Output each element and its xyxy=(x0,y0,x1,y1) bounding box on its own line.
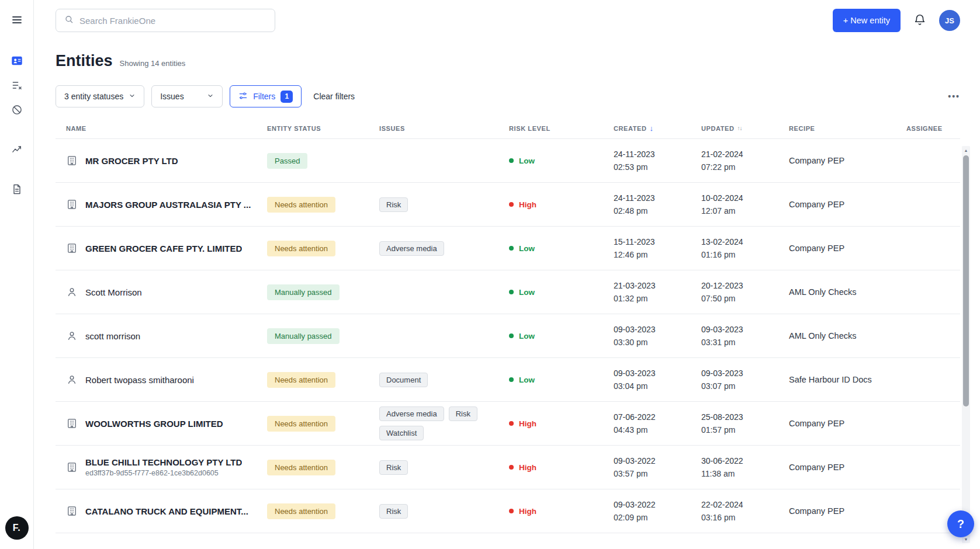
entity-name[interactable]: Robert twopass smitharooni xyxy=(85,375,194,385)
entity-name[interactable]: MR GROCER PTY LTD xyxy=(85,156,178,166)
updated-time: 03:16 pm xyxy=(701,512,782,523)
risk-level-cell: High xyxy=(509,463,614,472)
risk-label: High xyxy=(519,200,536,209)
risk-dot-icon xyxy=(509,202,514,207)
issue-chip: Risk xyxy=(379,460,408,475)
clear-filters-button[interactable]: Clear filters xyxy=(313,92,355,101)
page-title: Entities xyxy=(56,52,113,70)
sidebar-item-analytics[interactable] xyxy=(6,140,28,160)
table-scrollbar[interactable]: ▲ ▼ xyxy=(962,146,970,543)
logo-text: F. xyxy=(13,523,20,533)
risk-dot-icon xyxy=(509,333,514,338)
entity-status-cell: Needs attention xyxy=(267,372,379,388)
created-time: 01:32 pm xyxy=(614,293,694,304)
topbar-actions: + New entity JS xyxy=(833,9,960,32)
sidebar-item-blocklist[interactable] xyxy=(6,100,28,120)
entity-name[interactable]: GREEN GROCER CAFE PTY. LIMITED xyxy=(85,244,242,253)
hamburger-icon xyxy=(11,14,23,27)
recipe-cell: Company PEP xyxy=(789,506,906,516)
created-cell: 24-11-202302:48 pm xyxy=(614,193,701,216)
sort-desc-icon: ↓ xyxy=(650,124,654,133)
risk-dot-icon xyxy=(509,246,514,251)
recipe-label: Company PEP xyxy=(789,463,844,472)
status-badge: Manually passed xyxy=(267,328,340,344)
column-header-updated[interactable]: UPDATED↑↓ xyxy=(701,125,789,132)
sidebar-item-documents[interactable] xyxy=(6,180,28,200)
updated-cell: 25-08-202301:57 pm xyxy=(701,412,789,435)
sidebar: F. xyxy=(0,0,34,549)
column-header-entity-status[interactable]: ENTITY STATUS xyxy=(267,125,379,132)
risk-dot-icon xyxy=(509,377,514,382)
sidebar-item-entities[interactable] xyxy=(6,51,28,71)
issues-dropdown[interactable]: Issues xyxy=(151,85,223,107)
help-button[interactable]: ? xyxy=(947,510,974,537)
updated-cell: 09-03-202303:07 pm xyxy=(701,368,789,391)
page-subtitle: Showing 14 entities xyxy=(120,59,186,68)
created-time: 03:04 pm xyxy=(614,381,694,391)
more-options-button[interactable]: ••• xyxy=(948,92,960,101)
column-header-risk-level[interactable]: RISK LEVEL xyxy=(509,125,614,132)
table-row[interactable]: BLUE CHILLI TECHNOLOGY PTY LTDed3ff37b-9… xyxy=(56,446,960,489)
table-row[interactable]: scott morrisonManually passedLow09-03-20… xyxy=(56,314,960,358)
entity-name[interactable]: MAJORS GROUP AUSTRALASIA PTY ... xyxy=(85,200,251,210)
new-entity-button[interactable]: + New entity xyxy=(833,9,901,32)
menu-button[interactable] xyxy=(6,11,28,30)
company-icon xyxy=(66,505,78,517)
entity-name[interactable]: Scott Morrison xyxy=(85,287,142,297)
table-row[interactable]: Scott MorrisonManually passedLow21-03-20… xyxy=(56,270,960,314)
person-icon xyxy=(66,374,78,385)
notifications-button[interactable] xyxy=(913,13,926,28)
table-row[interactable]: MAJORS GROUP AUSTRALASIA PTY ...Needs at… xyxy=(56,183,960,227)
avatar[interactable]: JS xyxy=(939,10,960,31)
entity-status-cell: Manually passed xyxy=(267,328,379,344)
recipe-cell: AML Only Checks xyxy=(789,287,906,297)
entity-name[interactable]: scott morrison xyxy=(85,331,140,341)
updated-date: 10-02-2024 xyxy=(701,193,782,203)
table-row[interactable]: MR GROCER PTY LTDPassedLow24-11-202302:5… xyxy=(56,139,960,183)
risk-dot-icon xyxy=(509,290,514,294)
recipe-label: Company PEP xyxy=(789,200,844,209)
updated-date: 13-02-2024 xyxy=(701,237,782,247)
updated-cell: 30-06-202211:38 am xyxy=(701,456,789,478)
column-header-name[interactable]: NAME xyxy=(66,125,267,132)
risk-level-cell: High xyxy=(509,507,614,516)
risk-level-cell: High xyxy=(509,419,614,428)
scroll-up-arrow-icon[interactable]: ▲ xyxy=(964,146,968,154)
entities-table: NAMEENTITY STATUSISSUESRISK LEVELCREATED… xyxy=(34,107,980,533)
table-row[interactable]: GREEN GROCER CAFE PTY. LIMITEDNeeds atte… xyxy=(56,227,960,270)
entity-name[interactable]: BLUE CHILLI TECHNOLOGY PTY LTD xyxy=(85,457,242,467)
created-cell: 09-03-202303:04 pm xyxy=(614,368,701,391)
column-header-created[interactable]: CREATED↓ xyxy=(614,124,701,133)
name-cell: Robert twopass smitharooni xyxy=(66,374,267,385)
prohibited-icon xyxy=(11,104,23,117)
updated-date: 22-02-2024 xyxy=(701,499,782,510)
table-row[interactable]: CATALANO TRUCK AND EQUIPMENT...Needs att… xyxy=(56,489,960,533)
company-icon xyxy=(66,155,78,166)
name-cell: BLUE CHILLI TECHNOLOGY PTY LTDed3ff37b-9… xyxy=(66,457,267,477)
column-header-issues[interactable]: ISSUES xyxy=(379,125,509,132)
recipe-label: Company PEP xyxy=(789,244,844,253)
issues-cell: Risk xyxy=(379,504,509,519)
column-header-assignee[interactable]: ASSIGNEE xyxy=(906,125,960,132)
entity-statuses-dropdown[interactable]: 3 entity statuses xyxy=(56,85,144,107)
table-row[interactable]: WOOLWORTHS GROUP LIMITEDNeeds attentionA… xyxy=(56,402,960,446)
updated-time: 07:22 pm xyxy=(701,162,782,172)
entity-name[interactable]: WOOLWORTHS GROUP LIMITED xyxy=(85,419,223,429)
filters-button[interactable]: Filters 1 xyxy=(230,85,302,107)
column-label: ENTITY STATUS xyxy=(267,125,321,132)
recipe-label: Company PEP xyxy=(789,506,844,516)
search-input[interactable] xyxy=(79,16,266,26)
risk-label: High xyxy=(519,419,536,428)
column-label: UPDATED xyxy=(701,125,735,132)
table-row[interactable]: Robert twopass smitharooniNeeds attentio… xyxy=(56,358,960,402)
updated-date: 25-08-2023 xyxy=(701,412,782,422)
entity-name[interactable]: CATALANO TRUCK AND EQUIPMENT... xyxy=(85,506,248,516)
issue-chip: Adverse media xyxy=(379,241,444,256)
scrollbar-thumb[interactable] xyxy=(963,155,969,406)
entity-id: ed3ff37b-9d55-f777-e862-1ce3b62d0605 xyxy=(85,469,242,477)
search-box[interactable] xyxy=(56,9,275,32)
chevron-down-icon xyxy=(207,92,214,101)
column-header-recipe[interactable]: RECIPE xyxy=(789,125,906,132)
sidebar-item-onboarding[interactable] xyxy=(6,76,28,96)
created-cell: 21-03-202301:32 pm xyxy=(614,280,701,303)
